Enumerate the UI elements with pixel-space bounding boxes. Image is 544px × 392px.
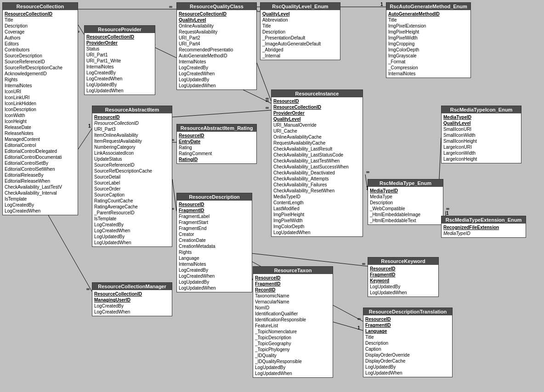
svg-text:∞: ∞: [366, 169, 369, 174]
table-body-rsc-media-type-icon-enum: MediaTypeID QualityLevel SmallIconURI Sm…: [442, 113, 521, 163]
svg-text:∞: ∞: [169, 4, 172, 9]
table-header-resource-collection: ResourceCollection: [3, 3, 78, 10]
table-resource-keyword: ResourceKeyword ResourceID FragmentID Ke…: [368, 257, 439, 297]
svg-line-51: [331, 321, 363, 330]
table-resource-description-translation: ResourceDescriptionTranslation ResourceI…: [363, 308, 453, 377]
table-header-resource-description-translation: ResourceDescriptionTranslation: [363, 308, 452, 315]
table-body-resource-description-translation: ResourceID FragmentID Language Title Des…: [363, 315, 452, 377]
table-rsc-quality-level-enum: RscQualityLevel_Enum QualityLevel Abbrev…: [260, 2, 340, 60]
table-header-resource-abstract-item-rating: ResourceAbstractItem_Rating: [177, 124, 256, 132]
svg-text:∞: ∞: [362, 261, 365, 266]
table-header-rsc-media-type-extension-enum: RscMediaTypeExtension_Enum: [442, 216, 526, 224]
table-body-rsc-media-type-extension-enum: RecognizedFileExtension MediaTypeID: [442, 224, 526, 237]
table-body-rsc-media-type-enum: MediaTypeID MediaType Description _WebCo…: [368, 187, 443, 224]
table-header-rsc-media-type-icon-enum: RscMediaTypeIcon_Enum: [442, 106, 521, 113]
table-body-resource-taxon: ResourceID FragmentID RecordID Taxonomic…: [253, 274, 333, 377]
table-header-rsc-auto-generate-method-enum: RscAutoGenerateMethod_Enum: [386, 3, 470, 10]
field-resource-collection-id: ResourceCollectionID: [5, 11, 76, 17]
table-rsc-auto-generate-method-enum: RscAutoGenerateMethod_Enum AutoGenerateM…: [386, 2, 471, 78]
table-resource-collection-manager: ResourceCollectionManager ResourceCollec…: [92, 282, 172, 316]
table-resource-taxon: ResourceTaxon ResourceID FragmentID Reco…: [253, 266, 333, 378]
table-header-resource-quality-class: ResourceQualityClass: [177, 3, 256, 10]
svg-text:1: 1: [446, 211, 449, 216]
table-body-resource-provider: ResourceCollectionID ProviderOrder Statu…: [85, 33, 155, 95]
table-body-rsc-quality-level-enum: QualityLevel Abbreviation Title Descript…: [261, 10, 340, 60]
table-body-resource-instance: ResourceID ResourceCollectionID Provider…: [272, 97, 363, 236]
table-header-resource-taxon: ResourceTaxon: [253, 267, 333, 274]
table-body-resource-quality-class: ResourceCollectionID QualityLevel Online…: [177, 10, 256, 90]
table-header-rsc-media-type-enum: RscMediaType_Enum: [368, 179, 443, 187]
table-body-rsc-auto-generate-method-enum: AutoGenerateMethodID Title ImgPixelExten…: [386, 10, 470, 78]
svg-text:∞: ∞: [446, 206, 449, 211]
table-resource-description: ResourceDescription ResourceID FragmentI…: [176, 193, 252, 292]
table-header-resource-instance: ResourceInstance: [272, 90, 363, 97]
svg-text:1: 1: [88, 123, 91, 129]
table-resource-provider: ResourceProvider ResourceCollectionID Pr…: [84, 25, 155, 95]
table-body-resource-collection: ResourceCollectionID Title Description C…: [3, 10, 78, 215]
table-header-resource-keyword: ResourceKeyword: [368, 258, 438, 265]
table-resource-instance: ResourceInstance ResourceID ResourceColl…: [271, 90, 363, 237]
table-resource-abstract-item-rating: ResourceAbstractItem_Rating ResourceID E…: [176, 124, 257, 164]
svg-text:∞: ∞: [86, 286, 90, 291]
table-header-resource-abstract-item: ResourceAbstractItem: [92, 106, 172, 113]
svg-text:1: 1: [357, 325, 360, 330]
er-diagram-canvas: 1 ∞ 1 ∞ ∞ 1 ∞ 1 ∞ 1 1 ∞ 1 ∞ 1 ∞ 1 ∞: [0, 0, 544, 392]
svg-text:∞: ∞: [266, 105, 269, 110]
table-header-resource-description: ResourceDescription: [177, 193, 252, 201]
table-rsc-media-type-icon-enum: RscMediaTypeIcon_Enum MediaTypeID Qualit…: [441, 106, 521, 163]
table-body-resource-description: ResourceID FragmentID FragmentLabel Frag…: [177, 201, 252, 292]
svg-text:1: 1: [380, 2, 383, 7]
table-resource-quality-class: ResourceQualityClass ResourceCollectionI…: [176, 2, 257, 90]
table-header-resource-provider: ResourceProvider: [85, 26, 155, 33]
svg-line-42: [244, 252, 368, 266]
table-rsc-media-type-enum: RscMediaType_Enum MediaTypeID MediaType …: [368, 179, 443, 225]
table-header-rsc-quality-level-enum: RscQualityLevel_Enum: [261, 3, 340, 10]
svg-line-18: [172, 110, 271, 117]
table-body-resource-collection-manager: ResourceCollectionID ManagingUserID LogC…: [92, 290, 172, 316]
table-resource-collection: ResourceCollection ResourceCollectionID …: [2, 2, 78, 215]
table-body-resource-keyword: ResourceID FragmentID Keyword LogUpdated…: [368, 265, 438, 297]
table-resource-abstract-item: ResourceAbstractItem ResourceID Resource…: [92, 106, 172, 247]
svg-line-36: [172, 179, 176, 211]
table-body-resource-abstract-item-rating: ResourceID EntryDate Rating RatingCommen…: [177, 132, 256, 163]
svg-line-48: [46, 211, 92, 291]
svg-text:∞: ∞: [266, 98, 269, 103]
table-header-resource-collection-manager: ResourceCollectionManager: [92, 283, 172, 290]
svg-text:∞: ∞: [357, 316, 361, 321]
svg-text:∞: ∞: [266, 96, 269, 101]
table-body-resource-abstract-item: ResourceID ResourceCollectionID URI_Part…: [92, 113, 172, 246]
table-rsc-media-type-extension-enum: RscMediaTypeExtension_Enum RecognizedFil…: [441, 216, 526, 238]
